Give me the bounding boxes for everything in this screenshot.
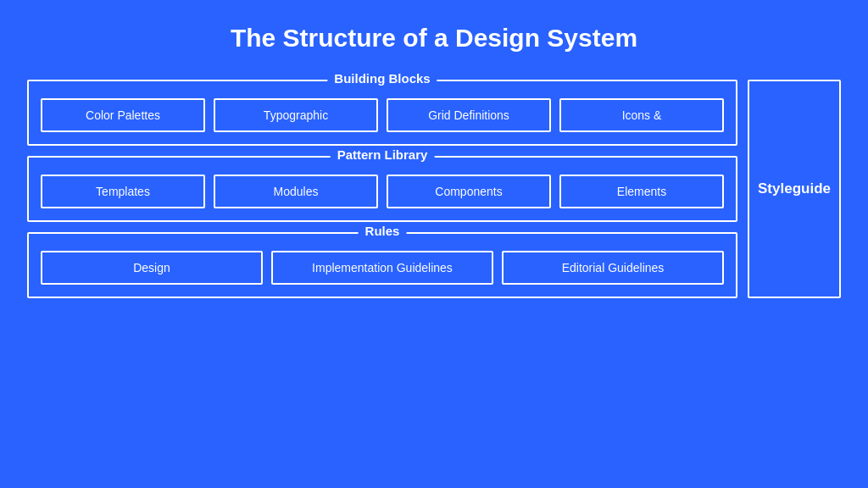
modules-item: Modules xyxy=(214,175,378,208)
styleguide-label: Styleguide xyxy=(758,180,831,197)
editorial-guidelines-item: Editorial Guidelines xyxy=(502,251,724,285)
pattern-library-items: Templates Modules Components Elements xyxy=(41,175,724,208)
building-blocks-items: Color Palettes Typographic Grid Definiti… xyxy=(41,98,724,132)
building-blocks-label: Building Blocks xyxy=(327,71,437,86)
pattern-library-section: Pattern Library Templates Modules Compon… xyxy=(27,156,737,222)
templates-item: Templates xyxy=(41,175,205,208)
rules-label: Rules xyxy=(359,224,407,238)
rules-items: Design Implementation Guidelines Editori… xyxy=(41,251,724,285)
grid-definitions-item: Grid Definitions xyxy=(387,98,551,132)
typographic-item: Typographic xyxy=(214,98,378,132)
styleguide-box: Styleguide xyxy=(748,80,841,298)
design-item: Design xyxy=(41,251,263,285)
left-column: Building Blocks Color Palettes Typograph… xyxy=(27,80,737,298)
building-blocks-section: Building Blocks Color Palettes Typograph… xyxy=(27,80,737,146)
rules-section: Rules Design Implementation Guidelines E… xyxy=(27,232,737,298)
components-item: Components xyxy=(387,175,551,208)
implementation-guidelines-item: Implementation Guidelines xyxy=(271,251,493,285)
pattern-library-label: Pattern Library xyxy=(331,147,435,162)
elements-item: Elements xyxy=(559,175,724,208)
slide: The Structure of a Design System Buildin… xyxy=(27,24,841,464)
color-palettes-item: Color Palettes xyxy=(41,98,205,132)
main-title: The Structure of a Design System xyxy=(231,24,637,53)
icons-item: Icons & xyxy=(559,98,724,132)
content-area: Building Blocks Color Palettes Typograph… xyxy=(27,80,841,298)
